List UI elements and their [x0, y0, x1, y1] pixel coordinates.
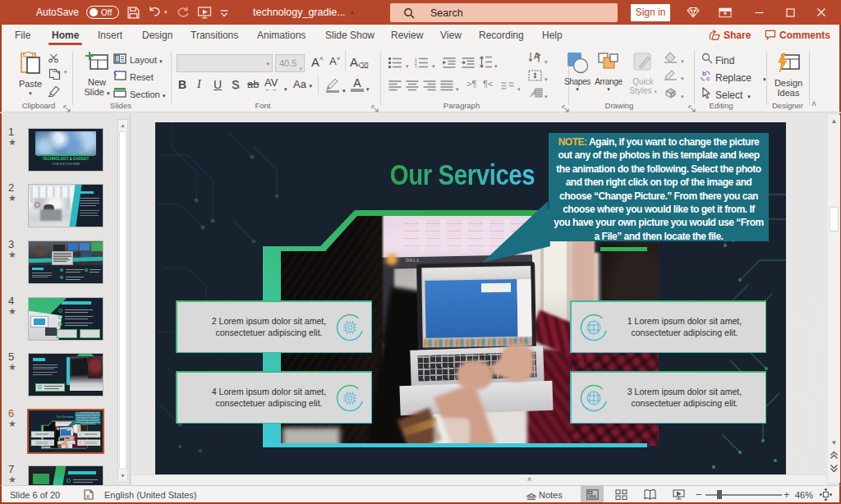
svg-text:c: c	[706, 75, 710, 81]
svg-text:3: 3	[415, 66, 417, 69]
